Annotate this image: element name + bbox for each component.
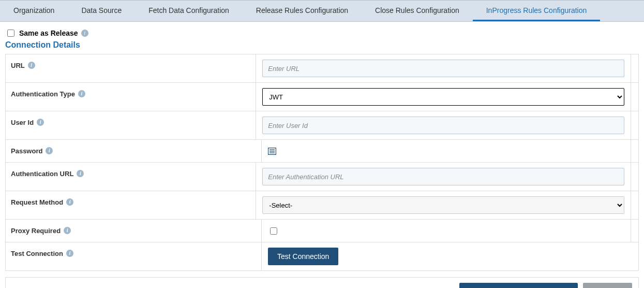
same-as-release-label: Same as Release (19, 29, 78, 37)
connection-details-title: Connection Details (5, 40, 639, 50)
row-user-id: User Id i (6, 111, 638, 140)
tab-bar: Organization Data Source Fetch Data Conf… (0, 0, 644, 22)
info-icon[interactable]: i (66, 250, 73, 257)
row-proxy-required: Proxy Required i (6, 220, 638, 242)
same-as-release-row: Same as Release i (5, 28, 639, 38)
info-icon[interactable]: i (77, 170, 84, 177)
url-input[interactable] (262, 60, 624, 77)
info-icon[interactable]: i (37, 119, 44, 126)
keyboard-icon[interactable] (268, 148, 276, 155)
row-url: URL i (6, 54, 638, 83)
row-auth-type: Authentication Type i JWT (6, 83, 638, 111)
label-proxy-required: Proxy Required i (6, 220, 262, 242)
info-icon[interactable]: i (64, 227, 71, 234)
row-request-method: Request Method i -Select- (6, 191, 638, 220)
proxy-required-checkbox[interactable] (270, 227, 277, 235)
tab-fetch-data-config[interactable]: Fetch Data Configuration (135, 1, 243, 21)
tab-organization[interactable]: Organization (0, 1, 68, 21)
info-icon[interactable]: i (28, 62, 35, 69)
auth-type-select[interactable]: JWT (262, 88, 624, 106)
delete-all-button[interactable]: Delete All (583, 283, 632, 288)
request-auth-params-section: Request Authentication Parameters i Add … (5, 277, 639, 288)
row-password: Password i (6, 140, 638, 163)
tab-release-rules-config[interactable]: Release Rules Configuration (243, 1, 362, 21)
info-icon[interactable]: i (66, 198, 73, 206)
label-auth-type: Authentication Type i (6, 83, 256, 111)
info-icon[interactable]: i (81, 30, 88, 37)
label-url: URL i (6, 54, 256, 82)
request-method-select[interactable]: -Select- (262, 196, 624, 214)
add-auth-params-button[interactable]: Add Authentication Parameters (459, 283, 578, 288)
label-auth-url: Authentication URL i (6, 163, 256, 191)
label-password: Password i (6, 140, 262, 162)
info-icon[interactable]: i (78, 90, 85, 97)
label-request-method: Request Method i (6, 191, 256, 219)
row-auth-url: Authentication URL i (6, 163, 638, 191)
same-as-release-checkbox[interactable] (7, 30, 14, 37)
row-test-connection: Test Connection i Test Connection (6, 242, 638, 270)
user-id-input[interactable] (262, 117, 624, 134)
auth-url-input[interactable] (262, 168, 624, 185)
tab-inprogress-rules-config[interactable]: InProgress Rules Configuration (473, 1, 601, 21)
label-user-id: User Id i (6, 111, 256, 139)
tab-close-rules-config[interactable]: Close Rules Configuration (362, 1, 473, 21)
label-test-connection: Test Connection i (6, 242, 262, 270)
tab-data-source[interactable]: Data Source (68, 1, 135, 21)
connection-details-form: URL i Authentication Type i JWT User Id (5, 54, 639, 271)
test-connection-button[interactable]: Test Connection (268, 248, 338, 265)
info-icon[interactable]: i (46, 147, 53, 154)
content-area: Same as Release i Connection Details URL… (0, 22, 644, 288)
